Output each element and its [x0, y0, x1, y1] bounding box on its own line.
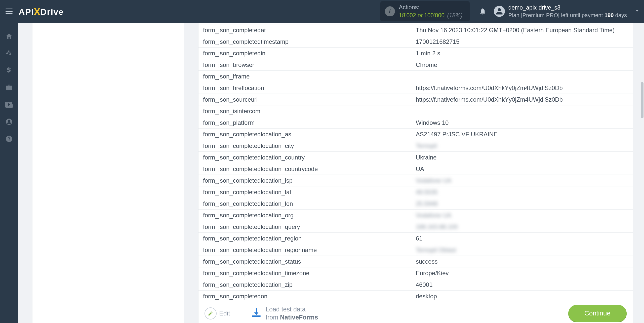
table-row: form_json_completedlocation_statussucces…	[198, 256, 633, 267]
row-key: form_json_completedlocation_query	[198, 221, 411, 233]
logo-text-api: API	[19, 7, 34, 17]
row-value: UA	[411, 163, 633, 175]
chevron-down-icon	[634, 8, 640, 14]
table-row: form_json_completedlocation_countryUkrai…	[198, 152, 633, 163]
row-value: Europe/Kiev	[411, 267, 633, 279]
user-menu[interactable]: demo_apix-drive_s3 Plan |Premium PRO| le…	[494, 4, 634, 19]
row-value: 25.5948	[411, 198, 633, 210]
row-key: form_json_completedlocation_regionname	[198, 244, 411, 256]
table-row: form_json_completedlocation_region61	[198, 233, 633, 244]
row-value: Vodafone UA	[411, 175, 633, 186]
row-value	[411, 105, 633, 117]
table-row: form_json_completedlocation_lat49.5535	[198, 186, 633, 198]
continue-button[interactable]: Continue	[568, 305, 627, 322]
row-value: https://f.nativeforms.com/U0dXhkYy0jZm4U…	[411, 94, 633, 105]
edit-button[interactable]: Edit	[205, 307, 230, 319]
user-icon	[496, 8, 503, 15]
row-value: 46001	[411, 279, 633, 291]
user-name: demo_apix-drive_s3	[508, 4, 627, 12]
content-area: form_json_completed1form_json_completeda…	[18, 23, 644, 323]
hamburger-icon	[6, 9, 13, 14]
table-row: form_json_hreflocationhttps://f.nativefo…	[198, 82, 633, 94]
row-key: form_json_completedin	[198, 48, 411, 59]
left-panel	[32, 23, 184, 323]
row-key: form_json_completedon	[198, 291, 411, 302]
table-row: form_json_isintercom	[198, 105, 633, 117]
row-value: 1700121682715	[411, 36, 633, 48]
table-row: form_json_platformWindows 10	[198, 117, 633, 129]
logo[interactable]: APIXDrive	[19, 5, 64, 17]
table-row: form_json_completedlocation_orgVodafone …	[198, 210, 633, 221]
bell-icon	[479, 8, 487, 15]
edit-label: Edit	[219, 310, 230, 317]
sidebar-item-help[interactable]	[0, 130, 18, 147]
row-key: form_json_browser	[198, 59, 411, 71]
row-key: form_json_iframe	[198, 71, 411, 82]
dollar-icon	[5, 67, 13, 74]
row-key: form_json_platform	[198, 117, 411, 129]
row-value: 1 min 2 s	[411, 48, 633, 59]
row-value	[411, 71, 633, 82]
table-row: form_json_completedondesktop	[198, 291, 633, 302]
top-header: APIXDrive i Actions: 18'002 of 100'000 (…	[0, 0, 644, 23]
actions-text: Actions: 18'002 of 100'000 (18%)	[399, 3, 463, 19]
row-value: 61	[411, 233, 633, 244]
row-value: Ternopil Oblast	[411, 244, 633, 256]
sidebar-item-projects[interactable]	[0, 79, 18, 96]
row-value: Chrome	[411, 59, 633, 71]
row-value: https://f.nativeforms.com/U0dXhkYy0jZm4U…	[411, 82, 633, 94]
main-panel: form_json_completed1form_json_completeda…	[198, 23, 633, 323]
sidebar-item-account[interactable]	[0, 113, 18, 130]
row-key: form_json_completedlocation_status	[198, 256, 411, 267]
row-key: form_json_completedlocation_org	[198, 210, 411, 221]
sidebar-item-connections[interactable]	[0, 45, 18, 62]
row-value: success	[411, 256, 633, 267]
table-row: form_json_completedlocation_timezoneEuro…	[198, 267, 633, 279]
sitemap-icon	[5, 50, 13, 57]
load-test-data-button[interactable]: Load test data from NativeForms	[250, 305, 318, 321]
user-info: demo_apix-drive_s3 Plan |Premium PRO| le…	[508, 4, 627, 19]
sidebar	[0, 23, 18, 323]
logo-text-drive: Drive	[41, 7, 64, 17]
notifications-button[interactable]	[476, 8, 490, 15]
row-key: form_json_completedlocation_countrycode	[198, 163, 411, 175]
info-icon: i	[385, 6, 395, 16]
menu-toggle-button[interactable]	[0, 0, 18, 23]
table-row: form_json_completedatThu Nov 16 2023 10:…	[198, 24, 633, 36]
actions-counter[interactable]: i Actions: 18'002 of 100'000 (18%)	[380, 1, 470, 21]
row-value: 188.163.88.100	[411, 221, 633, 233]
table-row: form_json_completedlocation_regionnameTe…	[198, 244, 633, 256]
row-key: form_json_completedlocation_isp	[198, 175, 411, 186]
sidebar-item-home[interactable]	[0, 28, 18, 45]
row-key: form_json_hreflocation	[198, 82, 411, 94]
row-key: form_json_completedlocation_as	[198, 129, 411, 140]
row-key: form_json_completedlocation_timezone	[198, 267, 411, 279]
row-key: form_json_sourceurl	[198, 94, 411, 105]
row-value: Ukraine	[411, 152, 633, 163]
row-key: form_json_completedat	[198, 24, 411, 36]
user-plan: Plan |Premium PRO| left until payment 19…	[508, 12, 627, 19]
pencil-icon	[208, 311, 213, 316]
row-key: form_json_completedlocation_lon	[198, 198, 411, 210]
table-row: form_json_completedlocation_zip46001	[198, 279, 633, 291]
row-value: Windows 10	[411, 117, 633, 129]
table-row: form_json_completedlocation_ispVodafone …	[198, 175, 633, 186]
table-row: form_json_completedlocation_countrycodeU…	[198, 163, 633, 175]
user-dropdown-toggle[interactable]	[634, 8, 640, 15]
row-value: desktop	[411, 291, 633, 302]
load-text: Load test data from NativeForms	[266, 305, 318, 321]
row-key: form_json_completedlocation_country	[198, 152, 411, 163]
edit-icon-circle	[205, 307, 217, 319]
row-value: Ternopil	[411, 140, 633, 152]
sidebar-item-youtube[interactable]	[0, 96, 18, 113]
download-icon	[250, 307, 263, 320]
table-row: form_json_completedlocation_query188.163…	[198, 221, 633, 233]
table-row: form_json_completedlocation_lon25.5948	[198, 198, 633, 210]
scrollbar-thumb[interactable]	[641, 82, 643, 118]
row-value: Thu Nov 16 2023 10:01:22 GMT+0200 (Easte…	[411, 24, 633, 36]
row-value: AS21497 PrJSC VF UKRAINE	[411, 129, 633, 140]
table-row: form_json_iframe	[198, 71, 633, 82]
home-icon	[5, 32, 13, 40]
sidebar-item-billing[interactable]	[0, 62, 18, 79]
table-row: form_json_browserChrome	[198, 59, 633, 71]
